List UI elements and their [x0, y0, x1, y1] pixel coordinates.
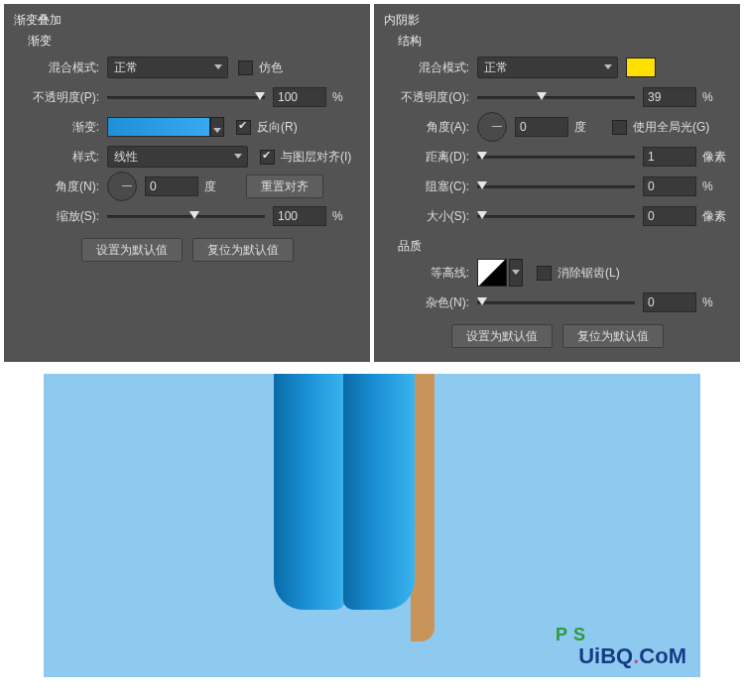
pencil-graphic — [264, 374, 423, 677]
chevron-down-icon — [604, 64, 612, 69]
reset-default-button[interactable]: 复位为默认值 — [562, 324, 664, 348]
reverse-label: 反向(R) — [257, 119, 298, 136]
ps-badge: PS — [556, 625, 591, 645]
size-input[interactable]: 0 — [643, 206, 696, 226]
blend-mode-select[interactable]: 正常 — [477, 57, 618, 78]
gradient-picker-caret[interactable] — [210, 117, 224, 137]
panel-title: 渐变叠加 — [14, 12, 360, 29]
inner-shadow-panel: 内阴影 结构 混合模式: 正常 不透明度(O): 39 % 角度(A): 0 度… — [374, 4, 740, 362]
contour-label: 等高线: — [384, 265, 477, 282]
choke-input[interactable]: 0 — [643, 176, 696, 196]
distance-input[interactable]: 1 — [643, 147, 696, 167]
gradient-overlay-panel: 渐变叠加 渐变 混合模式: 正常 仿色 不透明度(P): 100 % 渐变: 反… — [4, 4, 370, 362]
scale-input[interactable]: 100 — [273, 206, 326, 226]
align-checkbox[interactable] — [260, 150, 275, 165]
scale-slider[interactable] — [107, 209, 265, 223]
color-swatch[interactable] — [626, 58, 656, 77]
noise-label: 杂色(N): — [384, 294, 477, 311]
global-light-label: 使用全局光(G) — [633, 119, 709, 136]
make-default-button[interactable]: 设置为默认值 — [451, 324, 553, 348]
watermark: UiBQ.CoM — [578, 643, 686, 669]
distance-label: 距离(D): — [384, 149, 477, 166]
blend-mode-label: 混合模式: — [14, 59, 107, 76]
panel-title: 内阴影 — [384, 12, 730, 29]
choke-label: 阻塞(C): — [384, 178, 477, 195]
opacity-label: 不透明度(P): — [14, 89, 107, 106]
contour-preview[interactable] — [477, 259, 507, 287]
angle-input[interactable]: 0 — [515, 117, 568, 137]
opacity-label: 不透明度(O): — [384, 89, 477, 106]
opacity-input[interactable]: 100 — [273, 87, 326, 107]
scale-label: 缩放(S): — [14, 208, 107, 225]
style-label: 样式: — [14, 149, 107, 166]
choke-slider[interactable] — [477, 179, 635, 193]
blend-mode-label: 混合模式: — [384, 59, 477, 76]
section-structure: 结构 — [398, 33, 730, 50]
angle-label: 角度(A): — [384, 119, 477, 136]
angle-input[interactable]: 0 — [145, 176, 198, 196]
section-gradient: 渐变 — [28, 33, 360, 50]
reverse-checkbox[interactable] — [236, 120, 251, 135]
antialias-checkbox[interactable] — [537, 266, 552, 281]
angle-dial[interactable] — [477, 112, 507, 142]
reset-default-button[interactable]: 复位为默认值 — [192, 238, 294, 262]
opacity-input[interactable]: 39 — [643, 87, 696, 107]
section-quality: 品质 — [398, 238, 730, 255]
size-slider[interactable] — [477, 209, 635, 223]
dither-checkbox[interactable] — [238, 60, 253, 75]
make-default-button[interactable]: 设置为默认值 — [81, 238, 183, 262]
gradient-label: 渐变: — [14, 119, 107, 136]
noise-input[interactable]: 0 — [643, 292, 696, 312]
angle-dial[interactable] — [107, 172, 137, 201]
opacity-slider[interactable] — [477, 90, 635, 104]
chevron-down-icon — [214, 64, 222, 69]
style-select[interactable]: 线性 — [107, 146, 248, 168]
gradient-preview[interactable] — [107, 117, 210, 137]
dither-label: 仿色 — [259, 59, 283, 76]
antialias-label: 消除锯齿(L) — [558, 265, 620, 282]
canvas-preview: PS UiBQ.CoM — [44, 374, 700, 677]
align-label: 与图层对齐(I) — [281, 149, 351, 166]
size-label: 大小(S): — [384, 208, 477, 225]
noise-slider[interactable] — [477, 295, 635, 309]
angle-label: 角度(N): — [14, 178, 107, 195]
contour-picker-caret[interactable] — [509, 259, 523, 287]
opacity-slider[interactable] — [107, 90, 265, 104]
reset-align-button[interactable]: 重置对齐 — [246, 175, 323, 198]
distance-slider[interactable] — [477, 150, 635, 164]
chevron-down-icon — [234, 154, 242, 159]
global-light-checkbox[interactable] — [612, 120, 627, 135]
blend-mode-select[interactable]: 正常 — [107, 57, 228, 78]
